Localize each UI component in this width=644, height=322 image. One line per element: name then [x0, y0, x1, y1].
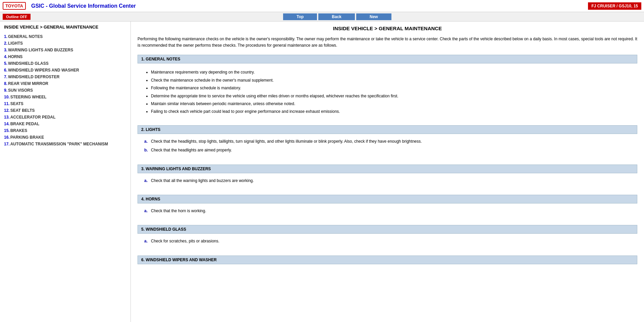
- sidebar-item[interactable]: 7.WINDSHIELD DEFROSTER: [4, 75, 126, 79]
- sub-item: a.Check that the horn is working.: [144, 208, 631, 214]
- sidebar-item[interactable]: 5.WINDSHIELD GLASS: [4, 61, 126, 66]
- list-item: Following the maintenance schedule is ma…: [151, 85, 631, 91]
- sidebar-item[interactable]: 15.BRAKES: [4, 128, 126, 133]
- sidebar-item[interactable]: 9.SUN VISORS: [4, 88, 126, 93]
- toyota-logo: TOYOTA: [3, 2, 26, 10]
- sidebar-item[interactable]: 16.PARKING BRAKE: [4, 135, 126, 140]
- list-item: Check the maintenance schedule in the ow…: [151, 77, 631, 84]
- toyota-logo-text: TOYOTA: [3, 2, 26, 10]
- vehicle-badge: FJ CRUISER / GSJ10, 15: [588, 2, 641, 10]
- section-content: a.Check for scratches, pits or abrasions…: [138, 236, 637, 249]
- sidebar: INSIDE VEHICLE > GENERAL MAINTENANCE 1.G…: [0, 21, 131, 322]
- section-header: 5. WINDSHIELD GLASS: [138, 225, 637, 234]
- sidebar-item[interactable]: 8.REAR VIEW MIRROR: [4, 81, 126, 86]
- sidebar-item[interactable]: 17.AUTOMATIC TRANSMISSION "PARK" MECHANI…: [4, 142, 126, 146]
- list-item: Determine the appropriate time to servic…: [151, 93, 631, 99]
- section-header: 2. LIGHTS: [138, 125, 637, 134]
- sidebar-title: INSIDE VEHICLE > GENERAL MAINTENANCE: [4, 24, 126, 30]
- app-title: GSIC - Global Service Information Center: [31, 3, 588, 9]
- sections-container: 1. GENERAL NOTESMaintenance requirements…: [138, 55, 637, 271]
- intro-text: Performing the following maintenance che…: [138, 36, 637, 49]
- section-block: 5. WINDSHIELD GLASSa.Check for scratches…: [138, 225, 637, 249]
- toolbar: Outline OFF Top Back New: [0, 12, 644, 21]
- sub-text: Check that the headlights, stop lights, …: [151, 138, 422, 145]
- sub-item: b.Check that the headlights are aimed pr…: [144, 147, 631, 153]
- sub-text: Check that the horn is working.: [151, 208, 206, 214]
- sub-item: a.Check for scratches, pits or abrasions…: [144, 238, 631, 244]
- sidebar-item[interactable]: 1.GENERAL NOTES: [4, 34, 126, 39]
- section-block: 6. WINDSHIELD WIPERS AND WASHER: [138, 256, 637, 271]
- back-button[interactable]: Back: [318, 13, 355, 20]
- sidebar-item[interactable]: 13.ACCELERATOR PEDAL: [4, 115, 126, 120]
- sub-text: Check that the headlights are aimed prop…: [151, 147, 232, 153]
- list-item: Maintenance requirements vary depending …: [151, 69, 631, 76]
- section-content: a.Check that the headlights, stop lights…: [138, 137, 637, 158]
- content-area: INSIDE VEHICLE > GENERAL MAINTENANCE Per…: [131, 21, 644, 322]
- sub-text: Check that all the warning lights and bu…: [151, 177, 254, 184]
- sidebar-nav-list: 1.GENERAL NOTES2.LIGHTS3.WARNING LIGHTS …: [4, 34, 126, 146]
- section-block: 1. GENERAL NOTESMaintenance requirements…: [138, 55, 637, 119]
- sidebar-item[interactable]: 3.WARNING LIGHTS AND BUZZERS: [4, 48, 126, 52]
- nav-spacer: Top Back New: [33, 13, 641, 20]
- sub-item: a.Check that all the warning lights and …: [144, 177, 631, 184]
- section-header: 4. HORNS: [138, 195, 637, 203]
- header: TOYOTA GSIC - Global Service Information…: [0, 0, 644, 12]
- sidebar-item[interactable]: 4.HORNS: [4, 54, 126, 59]
- outline-off-button[interactable]: Outline OFF: [3, 14, 31, 20]
- sidebar-item[interactable]: 6.WINDSHIELD WIPERS AND WASHER: [4, 68, 126, 73]
- section-block: 3. WARNING LIGHTS AND BUZZERSa.Check tha…: [138, 165, 637, 189]
- section-block: 2. LIGHTSa.Check that the headlights, st…: [138, 125, 637, 158]
- sidebar-item[interactable]: 11.SEATS: [4, 101, 126, 106]
- section-content: a.Check that all the warning lights and …: [138, 176, 637, 189]
- sub-label: a.: [144, 238, 149, 244]
- sub-label: a.: [144, 208, 149, 214]
- section-content: [138, 267, 637, 271]
- sidebar-item[interactable]: 10.STEERING WHEEL: [4, 95, 126, 99]
- sidebar-item[interactable]: 12.SEAT BELTS: [4, 108, 126, 113]
- section-header: 1. GENERAL NOTES: [138, 55, 637, 63]
- section-header: 3. WARNING LIGHTS AND BUZZERS: [138, 165, 637, 173]
- section-content: Maintenance requirements vary depending …: [138, 66, 637, 119]
- sub-label: a.: [144, 177, 149, 184]
- main-layout: INSIDE VEHICLE > GENERAL MAINTENANCE 1.G…: [0, 21, 644, 322]
- section-header: 6. WINDSHIELD WIPERS AND WASHER: [138, 256, 637, 264]
- sub-text: Check for scratches, pits or abrasions.: [151, 238, 219, 244]
- sub-item: a.Check that the headlights, stop lights…: [144, 138, 631, 145]
- sub-label: b.: [144, 147, 149, 153]
- sidebar-item[interactable]: 2.LIGHTS: [4, 41, 126, 46]
- sidebar-item[interactable]: 14.BRAKE PEDAL: [4, 122, 126, 126]
- sub-label: a.: [144, 138, 149, 145]
- content-title: INSIDE VEHICLE > GENERAL MAINTENANCE: [138, 26, 637, 31]
- list-item: Maintain similar intervals between perio…: [151, 100, 631, 107]
- top-button[interactable]: Top: [283, 13, 317, 20]
- new-button[interactable]: New: [356, 13, 391, 20]
- section-content: a.Check that the horn is working.: [138, 206, 637, 219]
- section-block: 4. HORNSa.Check that the horn is working…: [138, 195, 637, 219]
- list-item: Failing to check each vehicle part could…: [151, 108, 631, 115]
